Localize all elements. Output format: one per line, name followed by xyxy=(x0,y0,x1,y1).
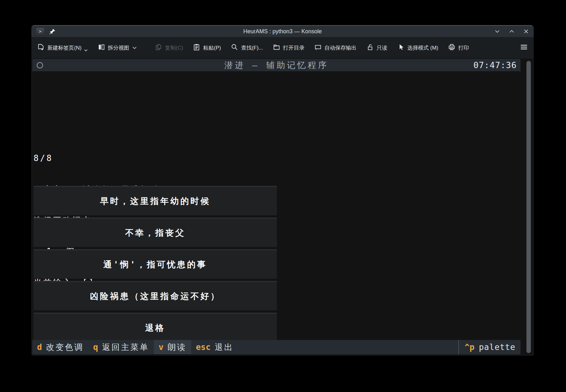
print-button[interactable]: 打印 xyxy=(448,43,469,52)
split-view-icon xyxy=(98,43,105,52)
select-mode-label: 选择模式 (M) xyxy=(407,44,438,51)
print-label: 打印 xyxy=(458,44,469,51)
status-circle-icon xyxy=(37,62,43,68)
palette-label: palette xyxy=(479,342,515,352)
minimize-button[interactable] xyxy=(494,28,500,35)
scrollbar-track[interactable] xyxy=(526,61,531,353)
choice-button-1[interactable]: 早时，这里指年幼的时候 xyxy=(34,186,277,215)
titlebar[interactable]: > HeurAMS : python3 — Konsole xyxy=(31,25,534,37)
footer-key-read-aloud[interactable]: v 朗读 xyxy=(154,340,191,354)
choice-button-2[interactable]: 不幸，指丧父 xyxy=(34,217,277,247)
readonly-label: 只读 xyxy=(377,44,387,51)
readonly-button[interactable]: 只读 xyxy=(366,43,387,52)
chevron-down-icon[interactable] xyxy=(132,45,137,51)
choice-button-4[interactable]: 凶险祸患（这里指命运不好） xyxy=(34,281,277,310)
terminal-tab-icon[interactable]: > xyxy=(36,27,45,35)
keybinding-footer: d 改变色调 q 返回主菜单 v 朗读 esc 退出 ^p palette xyxy=(32,340,520,354)
printer-icon xyxy=(448,43,455,52)
autosave-output-button[interactable]: 自动保存输出 xyxy=(314,43,357,52)
tui-clock: 07:47:36 xyxy=(473,60,517,70)
window-title: HeurAMS : python3 — Konsole xyxy=(31,28,534,35)
copy-icon xyxy=(155,43,162,52)
cursor-arrow-icon xyxy=(397,43,405,52)
folder-icon xyxy=(273,43,280,52)
new-tab-label: 新建标签页(N) xyxy=(47,44,82,51)
hamburger-icon xyxy=(520,44,528,52)
lock-open-icon xyxy=(366,43,374,52)
paste-button[interactable]: 粘贴(P) xyxy=(193,43,221,52)
konsole-window: > HeurAMS : python3 — Konsole xyxy=(31,25,534,356)
split-view-button[interactable]: 拆分视图 xyxy=(98,43,137,52)
progress-counter: 8/8 xyxy=(34,153,167,164)
choice-button-3[interactable]: 通'悯'，指可忧患的事 xyxy=(34,249,277,279)
copy-button: 复制(C) xyxy=(155,43,183,52)
footer-palette-shortcut[interactable]: ^p palette xyxy=(458,340,520,354)
new-tab-icon xyxy=(37,43,45,52)
backspace-button[interactable]: 退格 xyxy=(34,313,277,342)
pin-icon xyxy=(49,28,56,35)
choice-list: 早时，这里指年幼的时候 不幸，指丧父 通'悯'，指可忧患的事 凶险祸患（这里指命… xyxy=(34,186,277,344)
maximize-button[interactable] xyxy=(509,28,515,35)
key-badge: esc xyxy=(196,342,211,352)
search-icon xyxy=(231,43,238,52)
tui-header-bar: 潜进 – 辅助记忆程序 07:47:36 xyxy=(32,59,520,71)
paste-label: 粘贴(P) xyxy=(203,44,221,51)
footer-key-main-menu[interactable]: q 返回主菜单 xyxy=(89,340,154,354)
copy-label: 复制(C) xyxy=(165,44,183,51)
scrollbar-thumb[interactable] xyxy=(526,61,531,353)
paste-icon xyxy=(193,43,200,52)
key-label: 退出 xyxy=(215,342,234,353)
find-button[interactable]: 查找(F)... xyxy=(231,43,263,52)
split-view-label: 拆分视图 xyxy=(108,44,129,51)
new-tab-button[interactable]: 新建标签页(N) xyxy=(37,42,88,53)
key-badge: d xyxy=(37,342,42,352)
key-badge: q xyxy=(93,342,98,352)
open-directory-label: 打开目录 xyxy=(283,44,305,51)
key-badge: ^p xyxy=(465,342,474,352)
key-label: 朗读 xyxy=(168,342,186,353)
tui-app-title: 潜进 – 辅助记忆程序 xyxy=(32,60,520,71)
chevron-down-icon[interactable] xyxy=(84,47,88,53)
toolbar: 新建标签页(N) 拆分视图 xyxy=(31,37,534,58)
terminal-viewport[interactable]: 潜进 – 辅助记忆程序 07:47:36 8/8 臣密言：臣以险衅，夙遭闵凶. … xyxy=(32,58,533,355)
key-label: 返回主菜单 xyxy=(102,342,149,353)
open-directory-button[interactable]: 打开目录 xyxy=(273,43,305,52)
autosave-output-label: 自动保存输出 xyxy=(325,44,357,51)
close-button[interactable] xyxy=(523,28,529,35)
key-badge: v xyxy=(159,342,164,352)
hamburger-menu-button[interactable] xyxy=(520,44,528,52)
select-mode-button[interactable]: 选择模式 (M) xyxy=(397,43,438,52)
output-bubble-icon xyxy=(314,43,322,52)
footer-key-exit[interactable]: esc 退出 xyxy=(191,340,238,354)
find-label: 查找(F)... xyxy=(241,44,263,51)
key-label: 改变色调 xyxy=(46,342,84,353)
footer-key-change-hue[interactable]: d 改变色调 xyxy=(32,340,89,354)
